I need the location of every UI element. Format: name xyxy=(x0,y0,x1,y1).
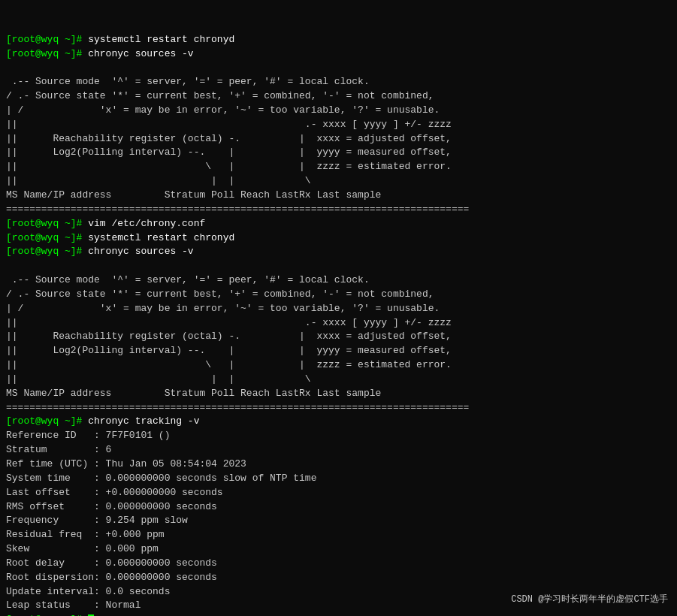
terminal-line: Skew : 0.000 ppm xyxy=(6,542,671,557)
terminal-line: .-- Source mode '^' = server, '=' = peer… xyxy=(6,273,671,288)
terminal-line: [root@wyq ~]# vim /etc/chrony.conf xyxy=(6,217,671,231)
terminal-line: [root@wyq ~]# systemctl restart chronyd xyxy=(6,33,671,47)
terminal-line: Root delay : 0.000000000 seconds xyxy=(6,557,671,571)
terminal-line: / .- Source state '*' = current best, '+… xyxy=(6,288,671,302)
terminal-line: System time : 0.000000000 seconds slow o… xyxy=(6,472,671,486)
terminal-line: || Log2(Polling interval) --. | | yyyy =… xyxy=(6,146,671,160)
terminal-line: || \ | | zzzz = estimated error. xyxy=(6,358,671,373)
terminal-line: Root dispersion: 0.000000000 seconds xyxy=(6,571,671,585)
terminal-line: Stratum : 6 xyxy=(6,443,671,457)
terminal-content: [root@wyq ~]# systemctl restart chronyd[… xyxy=(6,5,671,616)
prompt: [root@wyq ~]# xyxy=(6,246,88,257)
terminal-line: Reference ID : 7F7F0101 () xyxy=(6,429,671,443)
command: chronyc sources -v xyxy=(88,48,193,59)
command: systemctl restart chronyd xyxy=(88,232,234,243)
terminal-line: MS Name/IP address Stratum Poll Reach La… xyxy=(6,189,671,203)
terminal-line: Frequency : 9.254 ppm slow xyxy=(6,514,671,528)
terminal-line: Ref time (UTC) : Thu Jan 05 08:54:04 202… xyxy=(6,457,671,472)
command: systemctl restart chronyd xyxy=(88,34,234,45)
terminal-line: [root@wyq ~]# chronyc tracking -v xyxy=(6,415,671,429)
terminal-line: || .- xxxx [ yyyy ] +/- zzzz xyxy=(6,316,671,331)
terminal-line: Residual freq : +0.000 ppm xyxy=(6,528,671,542)
prompt: [root@wyq ~]# xyxy=(6,232,88,243)
terminal-line: || Log2(Polling interval) --. | | yyyy =… xyxy=(6,344,671,358)
terminal-line: || | | \ xyxy=(6,373,671,387)
prompt: [root@wyq ~]# xyxy=(6,34,88,45)
terminal-line: MS Name/IP address Stratum Poll Reach La… xyxy=(6,387,671,401)
terminal-line: | / 'x' = may be in error, '~' = too var… xyxy=(6,104,671,118)
terminal-line: .-- Source mode '^' = server, '=' = peer… xyxy=(6,75,671,89)
terminal-line xyxy=(6,61,671,75)
terminal-line: / .- Source state '*' = current best, '+… xyxy=(6,89,671,104)
command: chronyc sources -v xyxy=(88,246,193,257)
watermark: CSDN @学习时长两年半的虚假CTF选手 xyxy=(511,593,668,605)
prompt: [root@wyq ~]# xyxy=(6,218,88,229)
command: chronyc tracking -v xyxy=(88,415,199,427)
command: vim /etc/chrony.conf xyxy=(88,218,205,229)
terminal-line: [root@wyq ~]# chronyc sources -v xyxy=(6,47,671,62)
terminal-line: Last offset : +0.000000000 seconds xyxy=(6,486,671,500)
terminal-line: ========================================… xyxy=(6,203,671,217)
terminal-line: || .- xxxx [ yyyy ] +/- zzzz xyxy=(6,118,671,132)
terminal-line: || Reachability register (octal) -. | xx… xyxy=(6,132,671,146)
terminal-line: ========================================… xyxy=(6,401,671,415)
terminal-line xyxy=(6,259,671,273)
terminal-line: RMS offset : 0.000000000 seconds xyxy=(6,500,671,515)
terminal-line: [root@wyq ~]# chronyc sources -v xyxy=(6,245,671,259)
terminal-line: [root@wyq ~]# systemctl restart chronyd xyxy=(6,231,671,246)
terminal-line: || \ | | zzzz = estimated error. xyxy=(6,160,671,174)
terminal-line: || Reachability register (octal) -. | xx… xyxy=(6,330,671,344)
terminal-line: | / 'x' = may be in error, '~' = too var… xyxy=(6,302,671,316)
terminal-line: [root@wyq ~]# xyxy=(6,613,671,616)
terminal-line: || | | \ xyxy=(6,174,671,189)
prompt: [root@wyq ~]# xyxy=(6,48,88,59)
prompt: [root@wyq ~]# xyxy=(6,415,88,427)
terminal-window: [root@wyq ~]# systemctl restart chronyd[… xyxy=(0,0,677,616)
